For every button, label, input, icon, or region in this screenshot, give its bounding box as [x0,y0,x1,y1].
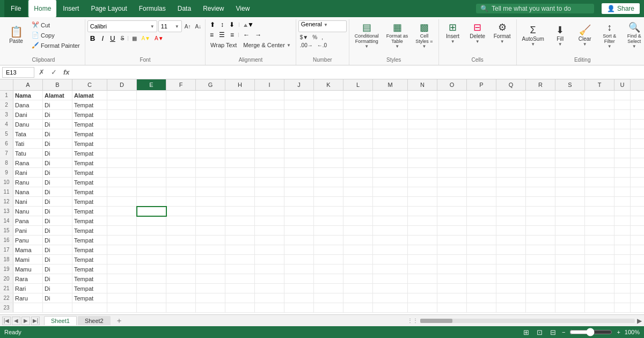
cell-A14[interactable]: Pana [13,216,43,226]
cell-U21[interactable] [614,284,631,293]
cell-Q12[interactable] [496,197,526,207]
cell-M1[interactable] [373,91,408,100]
cell-S5[interactable] [555,129,585,139]
cell-H14[interactable] [225,216,255,226]
cell-P1[interactable] [467,91,496,100]
cell-N10[interactable] [408,178,437,187]
cell-F14[interactable] [166,216,196,226]
sheet-tab-sheet1[interactable]: Sheet1 [44,316,77,325]
cell-P19[interactable] [467,264,496,274]
cell-R2[interactable] [526,100,555,110]
cell-K7[interactable] [314,149,343,158]
cell-H19[interactable] [225,264,255,274]
cell-Q3[interactable] [496,110,526,120]
cell-G1[interactable] [196,91,225,100]
cell-F18[interactable] [166,255,196,264]
cell-M9[interactable] [373,168,408,178]
cell-S23[interactable] [555,303,585,313]
cell-U2[interactable] [614,100,631,110]
cell-L19[interactable] [343,264,373,274]
cell-B21[interactable]: Di [43,284,72,293]
cell-B1[interactable]: Alamat [43,91,72,100]
cell-O8[interactable] [437,158,467,168]
cell-J3[interactable] [284,110,314,120]
cell-P18[interactable] [467,255,496,264]
cell-H3[interactable] [225,110,255,120]
page-layout-view-btn[interactable]: ⊡ [535,328,544,336]
cell-T7[interactable] [585,149,614,158]
row-num-2[interactable]: 2 [0,100,13,109]
view-menu[interactable]: View [231,0,255,17]
cell-C5[interactable]: Tempat [72,129,107,139]
cell-R20[interactable] [526,274,555,284]
cell-T18[interactable] [585,255,614,264]
cell-T21[interactable] [585,284,614,293]
cell-B10[interactable]: Di [43,178,72,187]
cell-O5[interactable] [437,129,467,139]
cell-U18[interactable] [614,255,631,264]
row-num-4[interactable]: 4 [0,120,13,129]
cell-B17[interactable]: Di [43,245,72,255]
cell-F22[interactable] [166,293,196,303]
cell-U12[interactable] [614,197,631,207]
cell-A12[interactable]: Nani [13,197,43,207]
cell-Q2[interactable] [496,100,526,110]
cell-F13[interactable] [166,207,196,216]
border-button[interactable]: ▦ [130,35,138,42]
cell-M20[interactable] [373,274,408,284]
cell-S13[interactable] [555,207,585,216]
prev-sheet-btn[interactable]: ◀ [12,317,20,325]
cell-K22[interactable] [314,293,343,303]
cell-H4[interactable] [225,120,255,129]
cell-B16[interactable]: Di [43,236,72,245]
cell-P17[interactable] [467,245,496,255]
cell-E8[interactable] [137,158,166,168]
cell-R23[interactable] [526,303,555,313]
cell-I15[interactable] [255,226,284,236]
cell-B11[interactable]: Di [43,187,72,197]
cell-H6[interactable] [225,139,255,149]
cell-H13[interactable] [225,207,255,216]
merge-center-btn[interactable]: Merge & Center ▼ [240,41,294,49]
next-sheet-btn[interactable]: ▶ [21,317,30,325]
page-break-view-btn[interactable]: ⊟ [548,328,558,336]
cell-M14[interactable] [373,216,408,226]
cell-H1[interactable] [225,91,255,100]
cell-E9[interactable] [137,168,166,178]
cell-D11[interactable] [107,187,137,197]
percent-btn[interactable]: % [311,34,319,41]
cell-R3[interactable] [526,110,555,120]
cell-M22[interactable] [373,293,408,303]
cell-C12[interactable]: Tempat [72,197,107,207]
cell-G8[interactable] [196,158,225,168]
cell-L5[interactable] [343,129,373,139]
cell-A20[interactable]: Rara [13,274,43,284]
cell-O16[interactable] [437,236,467,245]
cell-M8[interactable] [373,158,408,168]
cell-Q15[interactable] [496,226,526,236]
col-header-b[interactable]: B [43,79,72,90]
cell-L13[interactable] [343,207,373,216]
decimal-increase-btn[interactable]: .00→ [298,42,314,49]
cell-N13[interactable] [408,207,437,216]
cell-K20[interactable] [314,274,343,284]
cell-L18[interactable] [343,255,373,264]
comma-btn[interactable]: , [320,34,325,41]
cell-Q14[interactable] [496,216,526,226]
cell-G2[interactable] [196,100,225,110]
col-header-t[interactable]: T [585,79,614,90]
cell-U8[interactable] [614,158,631,168]
cell-O21[interactable] [437,284,467,293]
cell-O19[interactable] [437,264,467,274]
cell-O9[interactable] [437,168,467,178]
cell-A11[interactable]: Nana [13,187,43,197]
cell-J19[interactable] [284,264,314,274]
cell-M11[interactable] [373,187,408,197]
cell-M6[interactable] [373,139,408,149]
cell-B15[interactable]: Di [43,226,72,236]
cell-O22[interactable] [437,293,467,303]
cell-D18[interactable] [107,255,137,264]
cell-D12[interactable] [107,197,137,207]
row-num-13[interactable]: 13 [0,207,13,216]
cell-S3[interactable] [555,110,585,120]
